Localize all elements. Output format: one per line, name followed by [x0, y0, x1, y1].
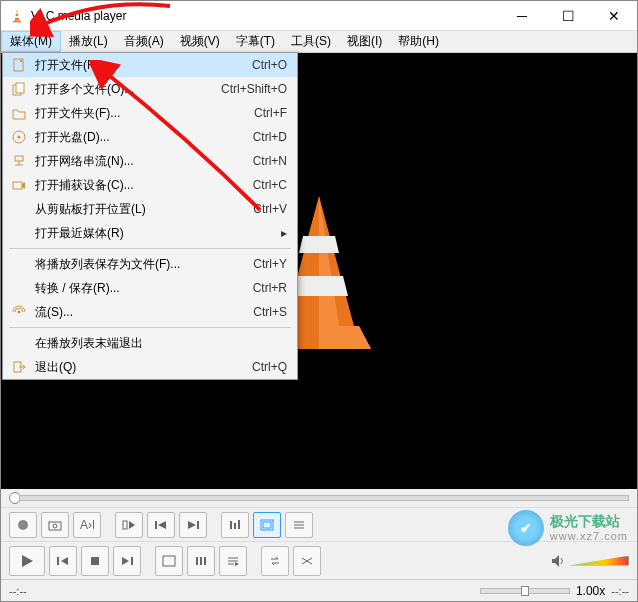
elapsed-time: --:-- [9, 585, 27, 597]
menu-item-label: 打开捕获设备(C)... [29, 177, 253, 194]
svg-marker-14 [158, 521, 166, 529]
menu-item-label: 从剪贴板打开位置(L) [29, 201, 253, 218]
effects-button[interactable] [221, 512, 249, 538]
menu-item-label: 转换 / 保存(R)... [29, 280, 253, 297]
menu-playback[interactable]: 播放(L) [61, 31, 116, 52]
menu-tools[interactable]: 工具(S) [283, 31, 339, 52]
loop-button[interactable] [261, 546, 289, 576]
watermark: ✔ 极光下载站 www.xz7.com [508, 510, 628, 546]
menu-item-3[interactable]: 打开光盘(D)...Ctrl+D [3, 125, 297, 149]
network-icon [9, 154, 29, 168]
svg-marker-28 [61, 557, 68, 565]
menu-item-0[interactable]: 打开文件(F)...Ctrl+O [3, 53, 297, 77]
svg-point-10 [53, 524, 57, 528]
svg-text:A›B: A›B [80, 519, 94, 531]
snapshot-button[interactable] [41, 512, 69, 538]
watermark-logo-icon: ✔ [508, 510, 544, 546]
svg-rect-44 [16, 83, 24, 93]
svg-rect-27 [57, 557, 59, 565]
menu-media[interactable]: 媒体(M) [1, 31, 61, 52]
menu-item-label: 打开光盘(D)... [29, 129, 253, 146]
menu-audio[interactable]: 音频(A) [116, 31, 172, 52]
volume-icon[interactable] [551, 554, 565, 568]
window-title: VLC media player [31, 9, 499, 23]
advanced-toggle-button[interactable] [253, 512, 281, 538]
svg-marker-26 [22, 555, 33, 567]
menu-item-10[interactable]: 转换 / 保存(R)...Ctrl+R [3, 276, 297, 300]
menu-item-shortcut: Ctrl+Q [252, 360, 287, 374]
menu-item-9[interactable]: 将播放列表保存为文件(F)...Ctrl+Y [3, 252, 297, 276]
prev-chapter-button[interactable] [147, 512, 175, 538]
svg-marker-13 [129, 521, 135, 529]
menu-subtitle[interactable]: 字幕(T) [228, 31, 283, 52]
vlc-cone-icon [9, 8, 25, 24]
menu-item-1[interactable]: 打开多个文件(O)...Ctrl+Shift+O [3, 77, 297, 101]
svg-rect-1 [15, 12, 19, 14]
menu-item-4[interactable]: 打开网络串流(N)...Ctrl+N [3, 149, 297, 173]
svg-marker-0 [15, 8, 20, 20]
menu-help[interactable]: 帮助(H) [390, 31, 447, 52]
fullscreen-button[interactable] [155, 546, 183, 576]
svg-rect-47 [15, 156, 23, 161]
menu-item-shortcut: Ctrl+V [253, 202, 287, 216]
close-button[interactable]: ✕ [591, 1, 637, 31]
playback-speed: 1.00x [576, 584, 605, 598]
menu-item-shortcut: Ctrl+O [252, 58, 287, 72]
svg-rect-35 [204, 557, 206, 565]
menu-item-14[interactable]: 退出(Q)Ctrl+Q [3, 355, 297, 379]
play-controls [1, 541, 637, 579]
playlist-toggle-button[interactable] [285, 512, 313, 538]
menu-item-shortcut: Ctrl+Y [253, 257, 287, 271]
menu-item-6[interactable]: 从剪贴板打开位置(L)Ctrl+V [3, 197, 297, 221]
svg-point-52 [18, 311, 21, 314]
menu-item-2[interactable]: 打开文件夹(F)...Ctrl+F [3, 101, 297, 125]
media-menu-dropdown: 打开文件(F)...Ctrl+O打开多个文件(O)...Ctrl+Shift+O… [2, 52, 298, 380]
maximize-button[interactable]: ☐ [545, 1, 591, 31]
record-button[interactable] [9, 512, 37, 538]
menu-item-7[interactable]: 打开最近媒体(R)▸ [3, 221, 297, 245]
skip-back-button[interactable] [49, 546, 77, 576]
menu-item-11[interactable]: 流(S)...Ctrl+S [3, 300, 297, 324]
volume-slider[interactable] [569, 556, 629, 566]
window-buttons: ─ ☐ ✕ [499, 1, 637, 31]
svg-rect-22 [263, 522, 271, 528]
menu-view[interactable]: 视图(I) [339, 31, 390, 52]
menubar: 媒体(M) 播放(L) 音频(A) 视频(V) 字幕(T) 工具(S) 视图(I… [1, 31, 637, 53]
stop-button[interactable] [81, 546, 109, 576]
svg-rect-29 [91, 557, 99, 565]
speed-slider[interactable] [480, 588, 570, 594]
disc-icon [9, 130, 29, 144]
svg-marker-40 [552, 555, 559, 567]
menu-video[interactable]: 视频(V) [172, 31, 228, 52]
atob-loop-button[interactable]: A›B [73, 512, 101, 538]
svg-rect-17 [197, 521, 199, 529]
extended-settings-button[interactable] [187, 546, 215, 576]
svg-marker-7 [319, 326, 371, 349]
statusbar: --:-- 1.00x --:-- [1, 579, 637, 601]
menu-item-shortcut: Ctrl+S [253, 305, 287, 319]
frame-step-button[interactable] [115, 512, 143, 538]
minimize-button[interactable]: ─ [499, 1, 545, 31]
svg-marker-16 [188, 521, 196, 529]
capture-icon [9, 178, 29, 192]
submenu-arrow-icon: ▸ [277, 226, 287, 240]
menu-item-label: 打开文件夹(F)... [29, 105, 254, 122]
play-button[interactable] [9, 546, 45, 576]
total-time: --:-- [611, 585, 629, 597]
seek-track[interactable] [19, 495, 629, 501]
menu-item-shortcut: Ctrl+F [254, 106, 287, 120]
watermark-url: www.xz7.com [550, 530, 628, 542]
seekbar[interactable] [1, 489, 637, 507]
svg-rect-12 [123, 521, 127, 529]
next-chapter-button[interactable] [179, 512, 207, 538]
svg-rect-15 [155, 521, 157, 529]
menu-item-13[interactable]: 在播放列表末端退出 [3, 331, 297, 355]
show-playlist-button[interactable] [219, 546, 247, 576]
svg-rect-2 [14, 16, 19, 18]
menu-item-5[interactable]: 打开捕获设备(C)...Ctrl+C [3, 173, 297, 197]
folder-icon [9, 106, 29, 120]
shuffle-button[interactable] [293, 546, 321, 576]
menu-separator [9, 327, 291, 328]
skip-forward-button[interactable] [113, 546, 141, 576]
svg-rect-19 [234, 523, 236, 529]
